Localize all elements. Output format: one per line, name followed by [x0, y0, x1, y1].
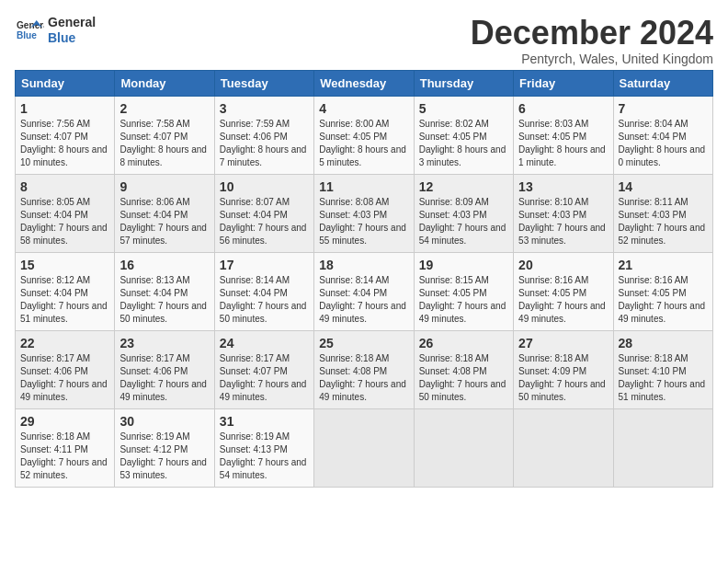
calendar-week-row: 22Sunrise: 8:17 AMSunset: 4:06 PMDayligh…: [16, 330, 713, 408]
calendar-cell: 27Sunrise: 8:18 AMSunset: 4:09 PMDayligh…: [514, 330, 613, 408]
day-info: Sunrise: 8:19 AMSunset: 4:12 PMDaylight:…: [119, 431, 209, 482]
day-info: Sunrise: 8:17 AMSunset: 4:07 PMDaylight:…: [220, 352, 309, 404]
day-number: 7: [619, 101, 708, 116]
svg-text:Blue: Blue: [17, 30, 37, 40]
calendar-cell: 12Sunrise: 8:09 AMSunset: 4:03 PMDayligh…: [414, 174, 513, 252]
day-header-monday: Monday: [115, 70, 214, 96]
calendar-cell: 15Sunrise: 8:12 AMSunset: 4:04 PMDayligh…: [16, 252, 115, 330]
calendar-cell: 4Sunrise: 8:00 AMSunset: 4:05 PMDaylight…: [314, 96, 414, 174]
day-number: 2: [119, 101, 209, 116]
logo-icon: General Blue: [15, 17, 44, 43]
day-info: Sunrise: 8:03 AMSunset: 4:05 PMDaylight:…: [518, 118, 608, 169]
calendar-body: 1Sunrise: 7:56 AMSunset: 4:07 PMDaylight…: [16, 96, 713, 487]
day-number: 12: [419, 179, 508, 194]
day-number: 15: [20, 258, 109, 272]
day-info: Sunrise: 8:17 AMSunset: 4:06 PMDaylight:…: [119, 352, 209, 404]
day-info: Sunrise: 7:56 AMSunset: 4:07 PMDaylight:…: [20, 118, 109, 169]
day-header-sunday: Sunday: [16, 70, 115, 96]
day-info: Sunrise: 8:13 AMSunset: 4:04 PMDaylight:…: [119, 274, 209, 326]
calendar-cell: 31Sunrise: 8:19 AMSunset: 4:13 PMDayligh…: [214, 408, 313, 487]
day-number: 6: [518, 101, 608, 116]
calendar-cell: [314, 408, 414, 487]
calendar-cell: 6Sunrise: 8:03 AMSunset: 4:05 PMDaylight…: [514, 96, 613, 174]
calendar-cell: 11Sunrise: 8:08 AMSunset: 4:03 PMDayligh…: [314, 174, 414, 252]
calendar-cell: 26Sunrise: 8:18 AMSunset: 4:08 PMDayligh…: [414, 330, 513, 408]
day-info: Sunrise: 8:05 AMSunset: 4:04 PMDaylight:…: [20, 196, 109, 247]
calendar-week-row: 15Sunrise: 8:12 AMSunset: 4:04 PMDayligh…: [16, 252, 713, 330]
calendar-cell: 25Sunrise: 8:18 AMSunset: 4:08 PMDayligh…: [314, 330, 414, 408]
calendar-cell: 24Sunrise: 8:17 AMSunset: 4:07 PMDayligh…: [214, 330, 313, 408]
calendar-cell: 16Sunrise: 8:13 AMSunset: 4:04 PMDayligh…: [115, 252, 214, 330]
header: General Blue General Blue December 2024 …: [15, 15, 713, 66]
calendar-week-row: 29Sunrise: 8:18 AMSunset: 4:11 PMDayligh…: [16, 408, 713, 487]
calendar-table: SundayMondayTuesdayWednesdayThursdayFrid…: [15, 70, 713, 488]
day-number: 19: [419, 258, 508, 272]
calendar-cell: 3Sunrise: 7:59 AMSunset: 4:06 PMDaylight…: [214, 96, 313, 174]
day-info: Sunrise: 8:16 AMSunset: 4:05 PMDaylight:…: [619, 274, 708, 326]
calendar-cell: [613, 408, 712, 487]
day-number: 26: [419, 336, 508, 350]
day-info: Sunrise: 8:15 AMSunset: 4:05 PMDaylight:…: [419, 274, 508, 326]
calendar-cell: 1Sunrise: 7:56 AMSunset: 4:07 PMDaylight…: [16, 96, 115, 174]
day-number: 27: [518, 336, 608, 350]
day-info: Sunrise: 8:08 AMSunset: 4:03 PMDaylight:…: [319, 196, 408, 247]
day-number: 29: [20, 414, 109, 429]
calendar-week-row: 1Sunrise: 7:56 AMSunset: 4:07 PMDaylight…: [16, 96, 713, 174]
calendar-cell: 9Sunrise: 8:06 AMSunset: 4:04 PMDaylight…: [115, 174, 214, 252]
logo-text-general: General: [48, 15, 96, 30]
day-info: Sunrise: 8:07 AMSunset: 4:04 PMDaylight:…: [220, 196, 309, 247]
day-header-thursday: Thursday: [414, 70, 513, 96]
title-block: December 2024 Pentyrch, Wales, United Ki…: [471, 15, 713, 66]
calendar-cell: 21Sunrise: 8:16 AMSunset: 4:05 PMDayligh…: [613, 252, 712, 330]
day-number: 21: [619, 258, 708, 272]
day-info: Sunrise: 8:14 AMSunset: 4:04 PMDaylight:…: [319, 274, 408, 326]
day-info: Sunrise: 8:17 AMSunset: 4:06 PMDaylight:…: [20, 352, 109, 404]
day-header-wednesday: Wednesday: [314, 70, 414, 96]
day-number: 18: [319, 258, 408, 272]
day-number: 31: [220, 414, 309, 429]
day-number: 24: [220, 336, 309, 350]
day-info: Sunrise: 8:14 AMSunset: 4:04 PMDaylight:…: [220, 274, 309, 326]
day-info: Sunrise: 8:04 AMSunset: 4:04 PMDaylight:…: [619, 118, 708, 169]
day-info: Sunrise: 7:59 AMSunset: 4:06 PMDaylight:…: [220, 118, 309, 169]
day-info: Sunrise: 8:12 AMSunset: 4:04 PMDaylight:…: [20, 274, 109, 326]
calendar-cell: 2Sunrise: 7:58 AMSunset: 4:07 PMDaylight…: [115, 96, 214, 174]
day-header-friday: Friday: [514, 70, 613, 96]
day-info: Sunrise: 8:06 AMSunset: 4:04 PMDaylight:…: [119, 196, 209, 247]
day-info: Sunrise: 8:10 AMSunset: 4:03 PMDaylight:…: [518, 196, 608, 247]
logo: General Blue General Blue: [15, 15, 96, 46]
calendar-cell: 8Sunrise: 8:05 AMSunset: 4:04 PMDaylight…: [16, 174, 115, 252]
calendar-cell: 19Sunrise: 8:15 AMSunset: 4:05 PMDayligh…: [414, 252, 513, 330]
day-info: Sunrise: 8:00 AMSunset: 4:05 PMDaylight:…: [319, 118, 408, 169]
calendar-cell: 7Sunrise: 8:04 AMSunset: 4:04 PMDaylight…: [613, 96, 712, 174]
day-info: Sunrise: 8:09 AMSunset: 4:03 PMDaylight:…: [419, 196, 508, 247]
day-number: 28: [619, 336, 708, 350]
day-number: 23: [119, 336, 209, 350]
calendar-cell: [414, 408, 513, 487]
day-number: 9: [119, 179, 209, 194]
day-info: Sunrise: 8:19 AMSunset: 4:13 PMDaylight:…: [220, 431, 309, 482]
day-info: Sunrise: 8:18 AMSunset: 4:10 PMDaylight:…: [619, 352, 708, 404]
calendar-cell: 10Sunrise: 8:07 AMSunset: 4:04 PMDayligh…: [214, 174, 313, 252]
day-number: 11: [319, 179, 408, 194]
calendar-cell: 28Sunrise: 8:18 AMSunset: 4:10 PMDayligh…: [613, 330, 712, 408]
calendar-cell: 13Sunrise: 8:10 AMSunset: 4:03 PMDayligh…: [514, 174, 613, 252]
day-number: 30: [119, 414, 209, 429]
day-number: 16: [119, 258, 209, 272]
day-info: Sunrise: 8:18 AMSunset: 4:08 PMDaylight:…: [319, 352, 408, 404]
day-info: Sunrise: 8:18 AMSunset: 4:09 PMDaylight:…: [518, 352, 608, 404]
calendar-cell: 29Sunrise: 8:18 AMSunset: 4:11 PMDayligh…: [16, 408, 115, 487]
calendar-cell: 5Sunrise: 8:02 AMSunset: 4:05 PMDaylight…: [414, 96, 513, 174]
day-number: 5: [419, 101, 508, 116]
day-header-saturday: Saturday: [613, 70, 712, 96]
location-subtitle: Pentyrch, Wales, United Kingdom: [471, 52, 713, 66]
logo-text-blue: Blue: [48, 30, 96, 46]
day-info: Sunrise: 8:16 AMSunset: 4:05 PMDaylight:…: [518, 274, 608, 326]
day-info: Sunrise: 8:18 AMSunset: 4:11 PMDaylight:…: [20, 431, 109, 482]
calendar-header-row: SundayMondayTuesdayWednesdayThursdayFrid…: [16, 70, 713, 96]
calendar-cell: 18Sunrise: 8:14 AMSunset: 4:04 PMDayligh…: [314, 252, 414, 330]
day-number: 17: [220, 258, 309, 272]
calendar-cell: 30Sunrise: 8:19 AMSunset: 4:12 PMDayligh…: [115, 408, 214, 487]
calendar-cell: 23Sunrise: 8:17 AMSunset: 4:06 PMDayligh…: [115, 330, 214, 408]
calendar-week-row: 8Sunrise: 8:05 AMSunset: 4:04 PMDaylight…: [16, 174, 713, 252]
